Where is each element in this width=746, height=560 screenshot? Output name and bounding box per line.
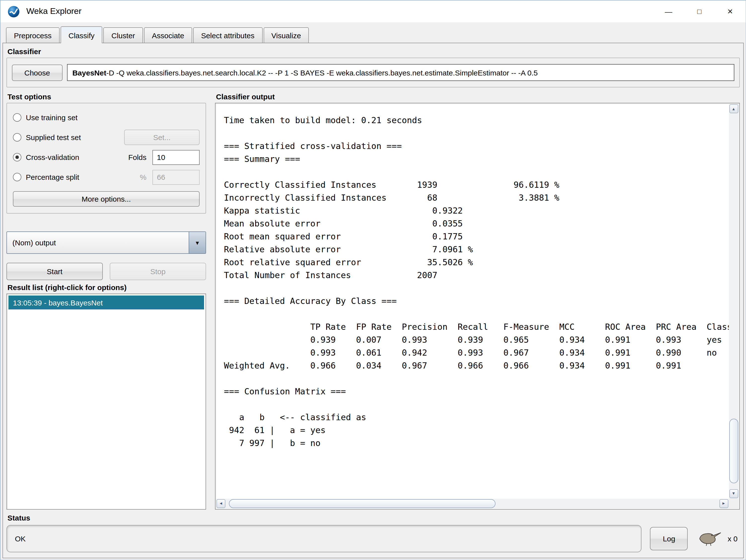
test-options-panel: Use training set Supplied test set Set..… bbox=[6, 103, 206, 214]
more-options-button[interactable]: More options... bbox=[13, 191, 200, 206]
weka-bird-area: x 0 bbox=[696, 529, 740, 548]
scroll-up-icon[interactable]: ▲ bbox=[729, 104, 738, 113]
percent-label: % bbox=[140, 173, 146, 181]
percentage-split-input[interactable] bbox=[152, 170, 200, 185]
radio-unselected-icon[interactable] bbox=[13, 133, 21, 142]
classifier-spec-field[interactable]: BayesNet -D -Q weka.classifiers.bayes.ne… bbox=[67, 64, 734, 81]
vertical-scrollbar[interactable]: ▲ ▼ bbox=[728, 104, 739, 498]
weka-explorer-window: Weka Explorer — □ ✕ Preprocess Classify … bbox=[0, 0, 746, 560]
classifier-output-text: Time taken to build model: 0.21 seconds … bbox=[216, 104, 728, 498]
tab-bar: Preprocess Classify Cluster Associate Se… bbox=[0, 22, 746, 43]
bird-counter: x 0 bbox=[728, 534, 738, 542]
choose-classifier-button[interactable]: Choose bbox=[12, 64, 62, 81]
tab-classify[interactable]: Classify bbox=[61, 26, 103, 43]
horizontal-scrollbar-track[interactable] bbox=[225, 499, 719, 508]
classifier-name: BayesNet bbox=[72, 68, 106, 77]
cross-validation-option[interactable]: Cross-validation Folds bbox=[13, 149, 200, 165]
test-options-section-label: Test options bbox=[7, 92, 205, 101]
scroll-right-icon[interactable]: ► bbox=[719, 499, 728, 508]
scroll-left-icon[interactable]: ◄ bbox=[217, 499, 225, 508]
tab-select-attributes[interactable]: Select attributes bbox=[193, 27, 262, 43]
classifier-section-label: Classifier bbox=[7, 47, 739, 56]
horizontal-scrollbar[interactable]: ◄ ► bbox=[216, 498, 728, 508]
percentage-split-option[interactable]: Percentage split % bbox=[13, 169, 200, 185]
horizontal-scrollbar-thumb[interactable] bbox=[229, 499, 495, 508]
classify-panel: Classifier Choose BayesNet -D -Q weka.cl… bbox=[2, 43, 744, 558]
tab-associate[interactable]: Associate bbox=[144, 27, 192, 43]
result-list[interactable]: 13:05:39 - bayes.BayesNet bbox=[6, 293, 206, 509]
status-section-label: Status bbox=[7, 513, 739, 522]
percentage-split-label[interactable]: Percentage split bbox=[26, 173, 79, 181]
result-list-item[interactable]: 13:05:39 - bayes.BayesNet bbox=[8, 296, 204, 309]
radio-unselected-icon[interactable] bbox=[13, 113, 21, 122]
folds-label: Folds bbox=[128, 153, 146, 161]
start-button[interactable]: Start bbox=[6, 263, 103, 280]
use-training-set-option[interactable]: Use training set bbox=[13, 110, 200, 125]
classifier-output-section-label: Classifier output bbox=[216, 92, 739, 101]
maximize-button[interactable]: □ bbox=[684, 0, 715, 22]
minimize-button[interactable]: — bbox=[653, 0, 684, 22]
classifier-output-panel: Time taken to build model: 0.21 seconds … bbox=[215, 103, 740, 509]
output-attribute-dropdown[interactable]: (Nom) output ▼ bbox=[6, 231, 206, 254]
window-controls: — □ ✕ bbox=[653, 0, 746, 22]
scrollbar-corner bbox=[728, 498, 739, 508]
use-training-set-label[interactable]: Use training set bbox=[26, 113, 78, 122]
supplied-test-set-option[interactable]: Supplied test set Set... bbox=[13, 130, 200, 145]
tab-cluster[interactable]: Cluster bbox=[104, 27, 143, 43]
log-button[interactable]: Log bbox=[650, 527, 688, 550]
status-message: OK bbox=[6, 525, 642, 552]
scroll-down-icon[interactable]: ▼ bbox=[729, 489, 738, 498]
titlebar: Weka Explorer — □ ✕ bbox=[0, 0, 746, 22]
output-attribute-value: (Nom) output bbox=[12, 239, 56, 247]
tab-preprocess[interactable]: Preprocess bbox=[6, 27, 60, 43]
weka-bird-icon bbox=[696, 529, 724, 548]
classifier-options: -D -Q weka.classifiers.bayes.net.search.… bbox=[106, 68, 538, 77]
radio-selected-icon[interactable] bbox=[13, 153, 21, 161]
window-title: Weka Explorer bbox=[26, 6, 81, 17]
vertical-scrollbar-thumb[interactable] bbox=[729, 418, 738, 483]
status-bar: OK Log x 0 bbox=[6, 525, 740, 552]
weka-logo-icon bbox=[7, 5, 20, 18]
radio-unselected-icon[interactable] bbox=[13, 173, 21, 181]
result-list-section-label: Result list (right-click for options) bbox=[7, 283, 205, 291]
close-button[interactable]: ✕ bbox=[715, 0, 746, 22]
tab-visualize[interactable]: Visualize bbox=[263, 27, 309, 43]
cross-validation-label[interactable]: Cross-validation bbox=[26, 153, 79, 161]
stop-button[interactable]: Stop bbox=[110, 263, 206, 280]
supplied-test-set-label[interactable]: Supplied test set bbox=[26, 133, 81, 142]
set-button[interactable]: Set... bbox=[124, 130, 200, 145]
chevron-down-icon[interactable]: ▼ bbox=[189, 232, 205, 253]
classifier-panel: Choose BayesNet -D -Q weka.classifiers.b… bbox=[6, 58, 740, 87]
vertical-scrollbar-track[interactable] bbox=[729, 113, 738, 489]
folds-input[interactable] bbox=[152, 150, 200, 165]
